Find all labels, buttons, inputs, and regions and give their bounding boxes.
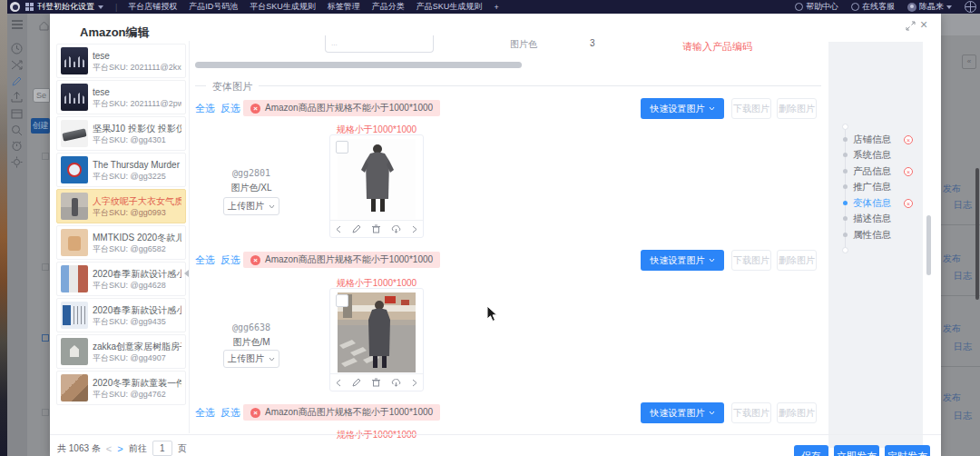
publish-now-button[interactable]: 立即发布 (834, 445, 879, 456)
product-list-item[interactable]: The Thursday Murder Cl...平台SKU: @gg3225 (56, 153, 186, 187)
anchor-dot (843, 184, 848, 189)
anchor-item-variant-info[interactable]: 变体信息× (828, 197, 923, 209)
product-thumbnail (61, 84, 88, 111)
download-image-button[interactable]: 下载图片 (731, 98, 771, 119)
edit-image-icon[interactable] (352, 378, 361, 387)
prev-image-icon[interactable] (336, 379, 341, 387)
upload-image-button[interactable]: 上传图片 (223, 197, 279, 215)
collapse-panel-handle[interactable] (184, 270, 189, 277)
download-cloud-icon[interactable] (391, 379, 401, 387)
download-image-button[interactable]: 下载图片 (731, 402, 771, 423)
product-thumbnail (61, 229, 88, 256)
anchor-item-attribute-info[interactable]: 属性信息 (828, 229, 923, 241)
add-tab-button[interactable]: + (494, 3, 498, 12)
language-globe-icon[interactable] (965, 1, 976, 13)
image-checkbox[interactable] (336, 141, 348, 154)
anchor-item-promo-info[interactable]: 推广信息 (828, 181, 923, 193)
card-panel-icon[interactable] (11, 108, 23, 120)
user-menu[interactable]: 陈晶来 (907, 1, 952, 13)
question-icon (795, 3, 803, 11)
save-button[interactable]: 保存 (794, 445, 828, 456)
grid-menu-icon[interactable] (25, 3, 34, 11)
online-support-link[interactable]: 在线客服 (851, 1, 895, 13)
variant-image-street[interactable] (338, 292, 416, 372)
spec-error-label: 规格小于1000*1000 (329, 429, 424, 441)
screen-edge-artifact (0, 0, 7, 456)
product-thumbnail (61, 265, 88, 292)
delete-image-icon[interactable] (372, 378, 380, 387)
quick-set-image-button[interactable]: 快速设置图片 (641, 98, 724, 119)
product-list-item[interactable]: zakka创意家居树脂房子...平台SKU: @gg4907 (56, 334, 186, 369)
truncated-input-field[interactable]: ... (325, 35, 434, 53)
help-center-link[interactable]: 帮助中心 (795, 1, 838, 13)
product-list-item[interactable]: tese平台SKU: 2021111@2pwl (56, 80, 186, 114)
select-all-link[interactable]: 全选 (195, 253, 215, 267)
section-error-icon: × (904, 135, 913, 144)
delete-image-icon[interactable] (372, 224, 380, 233)
search-icon[interactable] (11, 124, 23, 136)
edit-image-icon[interactable] (352, 224, 361, 233)
hamburger-menu-icon[interactable] (11, 19, 24, 30)
download-cloud-icon[interactable] (391, 225, 401, 233)
product-list-item-selected[interactable]: 人字纹呢子大衣女气质20...平台SKU: @gg0993 (56, 189, 186, 223)
workspace-menu[interactable]: 刊登初始化设置 (37, 1, 103, 13)
product-list-item[interactable]: 坚果J10 投影仪 投影仪家...平台SKU: @gg4301 (56, 116, 186, 151)
close-icon[interactable]: × (920, 17, 927, 32)
anchor-item-shop-info[interactable]: 店铺信息× (828, 134, 923, 145)
delete-image-button[interactable]: 删除图片 (777, 250, 817, 271)
prev-page-button[interactable]: < (106, 443, 112, 454)
anchor-item-description-info[interactable]: 描述信息 (828, 213, 923, 224)
delete-image-button[interactable]: 删除图片 (777, 98, 817, 119)
menu-item-sku-rule[interactable]: 平台SKU生成规则 (250, 1, 316, 13)
select-all-link[interactable]: 全选 (195, 102, 215, 115)
menu-item-shop-auth[interactable]: 平台店铺授权 (128, 1, 177, 13)
anchor-item-product-info[interactable]: 产品信息× (828, 165, 923, 177)
edit-pen-icon[interactable] (11, 75, 23, 87)
product-title: 2020冬季新款童装一件代... (93, 377, 181, 389)
invert-select-link[interactable]: 反选 (220, 406, 240, 420)
home-icon[interactable] (39, 21, 49, 31)
product-list-item[interactable]: MMTKIDS 2020冬款儿童...平台SKU: @gg6582 (56, 225, 186, 260)
dashboard-icon[interactable] (11, 43, 23, 55)
page-number-input[interactable]: 1 (152, 441, 172, 456)
anchor-nav-panel: 店铺信息× 系统信息 产品信息× 推广信息 变体信息× 描述信息 属性信息 (828, 42, 923, 448)
next-image-icon[interactable] (412, 379, 417, 387)
menu-item-product-id-pool[interactable]: 产品ID号码池 (189, 1, 238, 13)
variant-action-row: 全选 反选 ×Amazon商品图片规格不能小于1000*1000 快速设置图片 … (195, 98, 821, 119)
product-list-item[interactable]: 2020冬季新款童装一件代...平台SKU: @gg4762 (56, 371, 186, 405)
product-sku: 平台SKU: @gg6582 (93, 243, 181, 254)
next-page-button[interactable]: > (117, 443, 122, 454)
download-image-button[interactable]: 下载图片 (731, 250, 771, 271)
menu-item-tag-management[interactable]: 标签管理 (328, 1, 360, 13)
product-list-item[interactable]: 2020春季新款设计感小众...平台SKU: @gg9435 (56, 298, 186, 332)
menu-item-product-category[interactable]: 产品分类 (372, 1, 405, 13)
product-list-item[interactable]: 2020春季新款设计感小众...平台SKU: @gg4628 (56, 262, 186, 296)
dimmed-page-left-edge: Se 创建 (27, 14, 50, 456)
variant-image-coat[interactable] (338, 139, 416, 219)
upload-image-button[interactable]: 上传图片 (223, 350, 279, 368)
fullscreen-expand-icon[interactable] (906, 21, 916, 31)
background-scrollbar[interactable] (975, 168, 979, 300)
select-all-link[interactable]: 全选 (195, 406, 215, 420)
image-checkbox[interactable] (336, 294, 348, 307)
clock-icon[interactable] (11, 140, 23, 152)
anchor-item-system-info[interactable]: 系统信息 (828, 149, 923, 161)
schedule-publish-button[interactable]: 定时发布 (885, 445, 930, 456)
dialog-scrollbar[interactable] (926, 215, 931, 275)
product-thumbnail (61, 120, 88, 147)
shuffle-icon[interactable] (11, 59, 23, 71)
gear-icon[interactable] (11, 156, 23, 168)
quick-set-image-button[interactable]: 快速设置图片 (641, 402, 724, 423)
delete-image-button[interactable]: 删除图片 (777, 402, 817, 423)
next-image-icon[interactable] (412, 225, 417, 233)
invert-select-link[interactable]: 反选 (220, 253, 240, 267)
prev-image-icon[interactable] (336, 225, 341, 233)
color-field-label: 图片色 (510, 38, 537, 51)
menu-item-product-sku-rule[interactable]: 产品SKU生成规则 (416, 1, 483, 13)
invert-select-link[interactable]: 反选 (220, 102, 240, 115)
product-list-item[interactable]: tese平台SKU: 2021111@2kxk (56, 44, 186, 78)
upload-icon[interactable] (11, 91, 23, 103)
quick-set-image-button[interactable]: 快速设置图片 (641, 250, 724, 271)
horizontal-scrollbar[interactable] (195, 62, 522, 68)
product-title: zakka创意家居树脂房子... (93, 341, 181, 352)
